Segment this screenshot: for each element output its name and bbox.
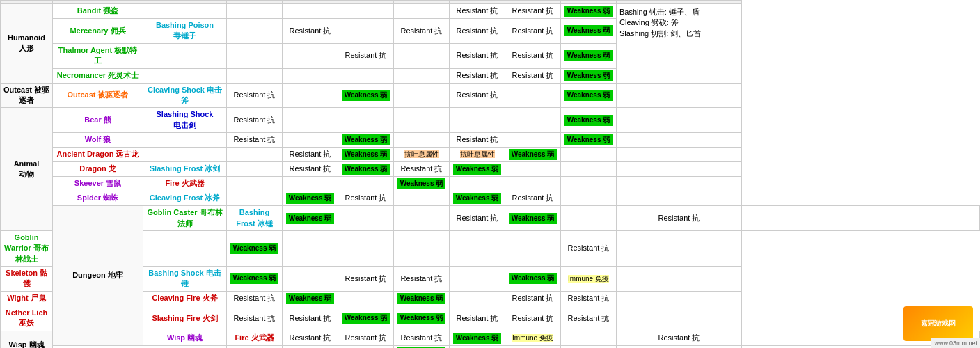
category-cell: Animal 动物 [1, 108, 53, 231]
resistant-cell: Resistant 抗 [338, 345, 394, 348]
empty-cell [338, 177, 394, 191]
weakness-cell: Weakness 弱 [561, 108, 617, 133]
empty-cell [505, 83, 561, 108]
table-row: Wisp 幽魂Wisp 幽魂Fire 火武器Resistant 抗Resista… [1, 331, 980, 345]
weakness-cell: Weakness 弱 [561, 4, 617, 19]
config-cell: Fire 火武器 [227, 331, 283, 345]
resistant-cell: Resistant 抗 [450, 68, 505, 83]
empty-cell [394, 83, 450, 108]
monster-name-cell: Nether Lich 巫妖 [1, 306, 53, 331]
weakness-cell: Weakness 弱 [338, 133, 394, 148]
resistant-cell: Resistant 抗 [450, 19, 505, 44]
resistant-cell: Resistant 抗 [561, 230, 617, 266]
monster-name-cell: Skeever 雪鼠 [53, 177, 143, 191]
table-row: Necromancer 死灵术士Resistant 抗Resistant 抗We… [1, 68, 980, 83]
monster-name-cell: Thalmor Agent 极默特工 [53, 43, 143, 68]
resistant-cell: Resistant 抗 [227, 133, 283, 148]
monster-name-cell: Outcast 被驱逐者 [53, 83, 143, 108]
empty-cell [338, 206, 394, 231]
table-row: Wispmother 幽魂之母Resistant 抗Resistant 抗Res… [1, 345, 980, 348]
empty-cell [450, 267, 505, 292]
weakness-cell: Weakness 弱 [394, 345, 450, 348]
table-row: Outcast 被驱逐者Outcast 被驱逐者Cleaving Shock 电… [1, 83, 980, 108]
config-cell [143, 68, 227, 83]
weakness-cell: Weakness 弱 [561, 133, 617, 148]
resistant-cell: Resistant 抗 [561, 345, 617, 348]
empty-cell [450, 108, 505, 133]
monster-name-cell: Bandit 强盗 [53, 4, 143, 19]
weakness-cell: Weakness 弱 [561, 83, 617, 108]
resistant-cell: Resistant 抗 [227, 83, 283, 108]
empty-cell [561, 148, 617, 162]
empty-cell [450, 177, 505, 191]
table-row: Dungeon 地牢Goblin Caster 哥布林法师Bashing Fro… [1, 206, 980, 231]
monster-name-cell: Necromancer 死灵术士 [53, 68, 143, 83]
config-cell: Slashing Frost 冰剑 [143, 162, 227, 177]
empty-cell [505, 162, 561, 177]
resistant-cell: Resistant 抗 [394, 162, 450, 177]
empty-cell [450, 291, 505, 306]
empty-cell [561, 331, 617, 345]
resistant-cell: Resistant 抗 [450, 4, 505, 19]
weakness-cell: Weakness 弱 [505, 267, 561, 292]
table-row: Dragon 龙Slashing Frost 冰剑Resistant 抗Weak… [1, 162, 980, 177]
empty-cell [227, 162, 283, 177]
resistant-cell: Resistant 抗 [283, 162, 338, 177]
resistant-cell: Resistant 抗 [505, 4, 561, 19]
config-cell: Bashing Shock 电击锤 [143, 267, 227, 292]
immune-cell: Immune 免疫 [505, 331, 561, 345]
empty-cell [505, 345, 561, 348]
table-row: Spider 蜘蛛Cleaving Frost 冰斧Weakness 弱Resi… [1, 191, 980, 206]
table-row: Skeever 雪鼠Fire 火武器Weakness 弱 [1, 177, 980, 191]
weakness-cell: Weakness 弱 [394, 291, 450, 306]
weakness-cell: Weakness 弱 [505, 148, 561, 162]
empty-notes-cell [617, 267, 742, 292]
monster-name-cell: Goblin Caster 哥布林法师 [143, 206, 227, 231]
table-row: Nether Lich 巫妖Slashing Fire 火剑Resistant … [1, 306, 980, 331]
weakness-cell: Weakness 弱 [450, 191, 505, 206]
weakness-cell: Weakness 弱 [450, 331, 505, 345]
monster-name-cell: Wisp 幽魂 [143, 331, 227, 345]
empty-cell [283, 4, 338, 19]
resistant-cell: Resistant 抗 [505, 68, 561, 83]
empty-notes-cell [617, 162, 742, 177]
empty-cell [338, 230, 394, 266]
empty-cell [227, 4, 283, 19]
resistant-cell: Resistant 抗 [505, 43, 561, 68]
empty-notes-cell [617, 148, 742, 162]
empty-notes-cell [617, 291, 742, 306]
absorb-cell: 抗吐息属性 [394, 148, 450, 162]
empty-cell [227, 148, 283, 162]
table-row: Humanoid 人形Bandit 强盗Resistant 抗Resistant… [1, 4, 980, 19]
table-row: Thalmor Agent 极默特工Resistant 抗Resistant 抗… [1, 43, 980, 68]
empty-cell [283, 267, 338, 292]
empty-cell [505, 108, 561, 133]
watermark-url: www.03mm.net [931, 338, 980, 348]
resistance-table: Humanoid 人形Bandit 强盗Resistant 抗Resistant… [0, 0, 980, 348]
table-row: Wight 尸鬼Cleaving Fire 火斧Resistant 抗Weakn… [1, 291, 980, 306]
empty-cell [394, 108, 450, 133]
empty-cell [283, 108, 338, 133]
note-1: Bashing 钝击: 锤子、盾 [619, 8, 700, 16]
monster-name-cell: Wight 尸鬼 [1, 291, 53, 306]
resistant-cell: Resistant 抗 [505, 191, 561, 206]
monster-name-cell: Skeleton 骷髅 [1, 267, 53, 292]
empty-cell [394, 68, 450, 83]
empty-cell [505, 133, 561, 148]
immune-cell: Immune 免疫 [561, 267, 617, 292]
resistant-cell: Resistant 抗 [561, 291, 617, 306]
empty-cell [561, 162, 617, 177]
resistant-cell: Resistant 抗 [450, 43, 505, 68]
weakness-cell: Weakness 弱 [338, 162, 394, 177]
resistant-cell: Resistant 抗 [450, 306, 505, 331]
empty-notes-cell [617, 133, 742, 148]
empty-cell [283, 177, 338, 191]
resistant-cell: Resistant 抗 [227, 345, 283, 348]
empty-cell [505, 177, 561, 191]
notes-cell: Bashing 钝击: 锤子、盾 Cleaving 劈砍: 斧 Slashing… [617, 4, 742, 84]
note-3: Slashing 切割: 剑、匕首 [619, 29, 701, 38]
table-body: Humanoid 人形Bandit 强盗Resistant 抗Resistant… [1, 4, 980, 349]
resistant-cell: Resistant 抗 [505, 306, 561, 331]
weakness-cell: Weakness 弱 [283, 291, 338, 306]
weakness-cell: Weakness 弱 [394, 177, 450, 191]
